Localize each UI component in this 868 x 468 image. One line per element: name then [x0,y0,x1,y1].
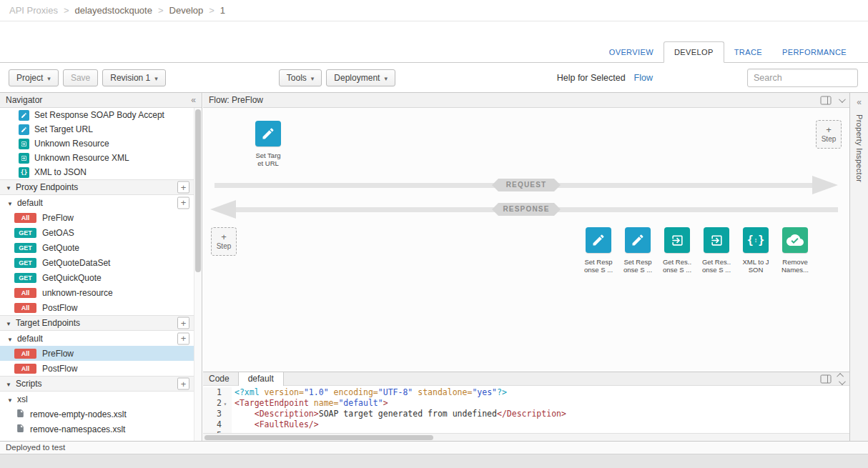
expand-property-inspector-icon[interactable] [857,97,862,107]
policy-label: Set Response SOAP Body Accept [34,110,164,120]
code-text: <FaultRules/> [232,419,319,430]
flow-editor-panel: Flow: PreFlow Set Target URL + Step [203,93,849,441]
toolbar: Project Save Revision 1 Tools Deployment… [0,63,868,93]
tab-trace[interactable]: TRACE [724,42,772,62]
target-flow-preflow[interactable]: All PreFlow [0,346,194,361]
group-label: xsl [17,394,28,404]
flow-label: GetQuickQuote [42,273,102,283]
line-number-gutter: 1 [203,387,232,398]
add-conditional-flow-button[interactable] [177,196,189,209]
tab-overview[interactable]: OVERVIEW [599,42,664,62]
policy-item-set-target-url[interactable]: Set Target URL [0,122,194,136]
search-input[interactable] [747,69,858,87]
proxy-flow-getoas[interactable]: GET GetOAS [0,225,194,240]
add-request-step-button[interactable]: + Step [816,120,842,149]
breadcrumb-item-develop[interactable]: Develop [169,5,204,16]
arrow-out-icon [664,227,690,253]
breadcrumb-item-proxy-name[interactable]: delayedstockquote [75,5,152,16]
section-target-endpoints[interactable]: Target Endpoints [0,315,194,331]
breadcrumb-item-revision[interactable]: 1 [220,5,225,16]
add-response-step-button[interactable]: + Step [211,227,237,256]
breadcrumb-separator: > [64,5,69,16]
code-editor[interactable]: 1 <?xml version="1.0" encoding="UTF-8" s… [203,386,849,433]
page-tabs: OVERVIEW DEVELOP TRACE PERFORMANCE [0,21,868,63]
code-text: <TargetEndpoint name="default"> [232,398,388,409]
add-target-endpoint-button[interactable] [177,317,189,329]
breadcrumb-item-api-proxies[interactable]: API Proxies [9,5,58,16]
tab-performance[interactable]: PERFORMANCE [772,42,857,62]
policy-item-unknown-resource[interactable]: Unknown Resource [0,136,194,151]
group-scripts-xsl[interactable]: xsl [0,392,194,407]
code-tab-default[interactable]: default [238,372,284,386]
caret-down-icon [384,73,388,83]
flow-label: PreFlow [42,213,74,223]
policy-item-xml-to-json[interactable]: {} XML to JSON [0,165,194,179]
proxy-flow-getquickquote[interactable]: GET GetQuickQuote [0,270,194,285]
fold-icon[interactable] [222,398,229,409]
triangle-down-icon[interactable] [7,334,13,344]
script-file-remove-namespaces[interactable]: remove-namespaces.xslt [0,422,194,437]
navigator-scrollbar[interactable] [194,108,202,441]
target-flow-postflow[interactable]: All PostFlow [0,361,194,376]
deployment-menu-button[interactable]: Deployment [326,69,395,86]
proxy-flow-getquote[interactable]: GET GetQuote [0,240,194,255]
group-target-default[interactable]: default [0,331,194,346]
section-proxy-endpoints[interactable]: Proxy Endpoints [0,179,194,195]
flow-step-get-response-1[interactable]: Get Res..onse S ... [658,227,696,274]
policy-item-set-response-soap-body-accept[interactable]: Set Response SOAP Body Accept [0,108,194,122]
method-badge: All [14,364,36,374]
property-inspector-title: Property Inspector [855,114,864,182]
proxy-flow-postflow[interactable]: All PostFlow [0,300,194,315]
flow-step-set-response-1[interactable]: Set Response S ... [579,227,618,274]
save-button[interactable]: Save [63,69,98,86]
add-proxy-endpoint-button[interactable] [177,181,189,194]
policy-item-unknown-resource-xml[interactable]: Unknown Resource XML [0,151,194,165]
proxy-flow-getquotedataset[interactable]: GET GetQuoteDataSet [0,255,194,270]
flow-label: unknown-resource [42,288,113,298]
code-horizontal-scrollbar[interactable] [203,433,849,441]
caret-down-icon [311,73,315,83]
response-label-badge: RESPONSE [492,203,561,216]
collapse-flow-icon[interactable] [839,96,846,103]
layout-panel-icon[interactable] [820,374,832,384]
flow-label: PostFlow [42,303,77,313]
method-badge: GET [14,258,36,268]
triangle-down-icon[interactable] [7,394,13,404]
scrollbar-thumb[interactable] [195,109,201,272]
triangle-down-icon[interactable] [6,318,11,328]
triangle-down-icon[interactable] [6,182,11,192]
flow-step-set-target-url[interactable]: Set Target URL [249,121,287,167]
pencil-icon [255,121,281,146]
code-text: <?xml version="1.0" encoding="UTF-8" sta… [232,387,507,398]
file-icon [16,409,25,420]
add-script-button[interactable] [177,378,189,390]
add-target-flow-button[interactable] [177,332,189,344]
tools-menu-button[interactable]: Tools [279,69,322,86]
flow-step-set-response-2[interactable]: Set Response S ... [618,227,657,274]
proxy-flow-unknown-resource[interactable]: All unknown-resource [0,285,194,300]
collapse-navigator-icon[interactable] [191,95,196,105]
method-badge: GET [14,228,36,238]
proxy-flow-preflow[interactable]: All PreFlow [0,210,194,225]
triangle-down-icon[interactable] [6,379,11,389]
tab-develop[interactable]: DEVELOP [664,41,724,63]
arrow-out-icon [704,227,729,253]
scrollbar-thumb[interactable] [204,435,433,440]
script-file-remove-empty-nodes[interactable]: remove-empty-nodes.xslt [0,407,194,422]
flow-canvas[interactable]: Set Target URL + Step REQUEST RESPONSE + [203,108,849,372]
plus-icon: + [221,233,227,241]
flow-step-remove-namespaces[interactable]: RemoveNames... [776,227,814,274]
project-menu-button[interactable]: Project [9,69,59,86]
flow-step-get-response-2[interactable]: Get Res..onse S ... [697,227,736,274]
triangle-down-icon[interactable] [7,198,13,208]
group-proxy-default[interactable]: default [0,195,194,210]
help-flow-link[interactable]: Flow [634,73,653,83]
property-inspector-strip[interactable]: Property Inspector [849,93,868,441]
section-scripts[interactable]: Scripts [0,376,194,392]
arrow-out-icon [19,153,29,164]
method-badge: All [14,303,36,313]
pencil-icon [586,227,611,253]
revision-menu-button[interactable]: Revision 1 [102,69,166,86]
flow-step-xml-to-json[interactable]: {↕} XML to JSON [736,227,775,274]
layout-panel-icon[interactable] [820,96,832,105]
